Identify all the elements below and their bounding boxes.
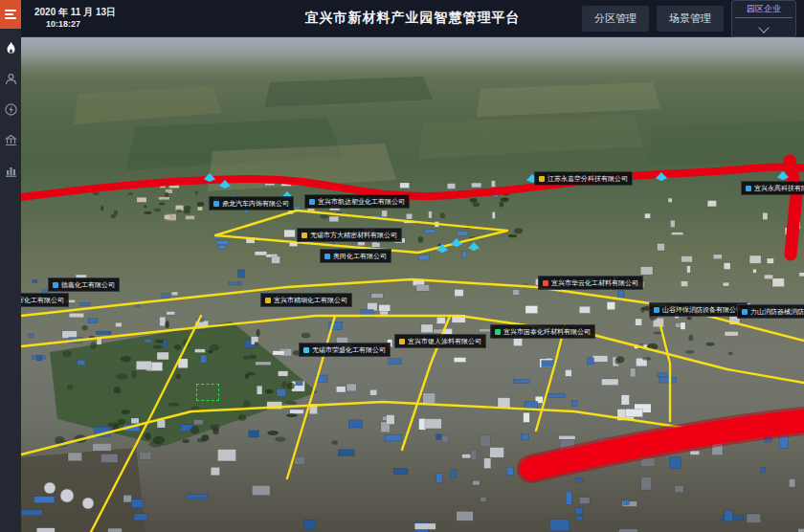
selection-box bbox=[196, 384, 219, 401]
company-label[interactable]: 宜兴市银人涂料有限公司 bbox=[394, 334, 486, 348]
sidebar-item-statistics[interactable] bbox=[0, 159, 21, 182]
company-label[interactable]: 奥田化工有限公司 bbox=[320, 249, 391, 263]
company-label[interactable]: 无锡市荣盛化工有限公司 bbox=[299, 343, 391, 357]
map-canvas[interactable]: 鼎龙汽车内饰有限公司 宜兴市凯达塑业化工有限公司 无锡市方大精密材料有限公司 奥… bbox=[21, 36, 804, 532]
company-label[interactable]: 德鑫化工有限公司 bbox=[48, 277, 120, 292]
company-marker-icon bbox=[309, 199, 315, 205]
sidebar bbox=[0, 0, 21, 532]
company-marker-icon bbox=[265, 298, 271, 303]
company-marker-icon bbox=[543, 280, 548, 286]
dropdown-label: 园区企业 bbox=[735, 3, 793, 18]
header-actions: 分区管理 场景管理 园区企业 bbox=[582, 0, 796, 37]
menu-icon bbox=[5, 8, 16, 21]
company-marker-icon bbox=[746, 186, 751, 191]
company-label[interactable]: 山谷环保消防设备有限公司 bbox=[649, 302, 748, 317]
sidebar-item-enterprise[interactable] bbox=[0, 128, 21, 151]
chevron-down-icon bbox=[758, 22, 769, 33]
management-button[interactable]: 场景管理 bbox=[657, 6, 724, 32]
user-icon bbox=[5, 73, 17, 85]
company-marker-icon bbox=[654, 307, 659, 313]
company-label[interactable]: 鼎龙汽车内饰有限公司 bbox=[209, 196, 294, 211]
company-label[interactable]: 宜兴永高科技有限公司 bbox=[741, 181, 804, 195]
company-marker-icon bbox=[213, 201, 219, 207]
sidebar-item-users[interactable] bbox=[0, 67, 21, 90]
sidebar-item-menu[interactable] bbox=[0, 0, 21, 29]
company-label[interactable]: 宜兴市精细化工有限公司 bbox=[260, 293, 352, 307]
company-label[interactable]: 力山消防器械消防设备公司 bbox=[737, 304, 804, 319]
company-label[interactable]: 江苏永嘉空分科技有限公司 bbox=[534, 171, 633, 186]
park-enterprise-dropdown[interactable]: 园区企业 bbox=[731, 0, 796, 37]
company-marker-icon bbox=[539, 176, 545, 182]
company-label[interactable]: 宜兴市凯达塑业化工有限公司 bbox=[304, 194, 410, 209]
sidebar-item-energy[interactable] bbox=[0, 98, 21, 121]
flame-icon bbox=[5, 41, 17, 55]
company-marker-icon bbox=[302, 233, 307, 238]
company-marker-icon bbox=[399, 339, 405, 344]
company-label[interactable]: 无锡市方大精密材料有限公司 bbox=[297, 228, 402, 242]
header: 2020 年 11 月 13日 10:18:27 宜兴市新材料产业园智慧管理平台… bbox=[21, 0, 804, 37]
company-label[interactable]: 宜兴市鑫辉化工有限公司 bbox=[21, 293, 69, 307]
company-marker-icon bbox=[495, 329, 501, 335]
company-label[interactable]: 宜兴市华云化工材料有限公司 bbox=[538, 276, 643, 290]
company-marker-icon bbox=[303, 347, 309, 353]
company-label[interactable]: 宜兴市国泰化纤材料有限公司 bbox=[490, 324, 595, 339]
bar-chart-icon bbox=[5, 165, 17, 177]
management-button[interactable]: 分区管理 bbox=[582, 6, 649, 32]
factory-icon bbox=[5, 134, 17, 146]
date-label: 2020 年 11 月 13日 bbox=[34, 7, 116, 19]
datetime: 2020 年 11 月 13日 10:18:27 bbox=[34, 7, 116, 30]
map-scenery bbox=[21, 36, 804, 532]
power-icon bbox=[5, 103, 17, 116]
company-marker-icon bbox=[742, 309, 748, 315]
sidebar-item-fire[interactable] bbox=[0, 36, 21, 59]
time-label: 10:18:27 bbox=[46, 19, 116, 30]
company-marker-icon bbox=[324, 254, 330, 259]
company-marker-icon bbox=[53, 282, 58, 288]
